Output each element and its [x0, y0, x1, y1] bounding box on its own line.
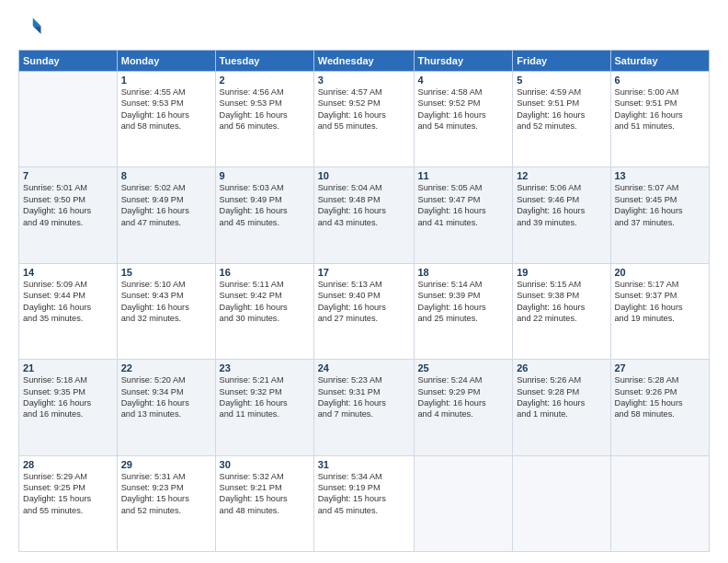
day-info: Sunrise: 5:00 AMSunset: 9:51 PMDaylight:… [615, 86, 706, 132]
day-info: Sunrise: 5:23 AMSunset: 9:31 PMDaylight:… [318, 374, 410, 420]
calendar-cell [513, 455, 610, 551]
col-header-wednesday: Wednesday [313, 51, 414, 72]
day-number: 28 [23, 459, 113, 470]
day-info: Sunrise: 5:02 AMSunset: 9:49 PMDaylight:… [121, 182, 211, 228]
day-info: Sunrise: 4:58 AMSunset: 9:52 PMDaylight:… [418, 86, 509, 132]
day-number: 21 [23, 362, 113, 373]
day-number: 23 [220, 362, 310, 373]
day-info: Sunrise: 5:17 AMSunset: 9:37 PMDaylight:… [615, 279, 706, 325]
day-number: 1 [121, 75, 211, 86]
day-number: 27 [615, 362, 706, 373]
day-info: Sunrise: 4:56 AMSunset: 9:53 PMDaylight:… [220, 86, 310, 132]
day-info: Sunrise: 5:29 AMSunset: 9:25 PMDaylight:… [23, 471, 113, 517]
day-number: 12 [517, 170, 606, 181]
calendar-cell: 22Sunrise: 5:20 AMSunset: 9:34 PMDayligh… [117, 360, 215, 455]
calendar-cell: 23Sunrise: 5:21 AMSunset: 9:32 PMDayligh… [215, 360, 313, 455]
calendar-cell: 31Sunrise: 5:34 AMSunset: 9:19 PMDayligh… [313, 455, 414, 551]
calendar-cell: 21Sunrise: 5:18 AMSunset: 9:35 PMDayligh… [19, 360, 118, 455]
day-info: Sunrise: 5:05 AMSunset: 9:47 PMDaylight:… [418, 182, 509, 228]
calendar-cell [610, 455, 710, 551]
calendar-cell: 16Sunrise: 5:11 AMSunset: 9:42 PMDayligh… [215, 263, 313, 359]
day-info: Sunrise: 5:11 AMSunset: 9:42 PMDaylight:… [220, 279, 310, 325]
calendar-cell: 29Sunrise: 5:31 AMSunset: 9:23 PMDayligh… [117, 455, 215, 551]
calendar-cell [414, 455, 513, 551]
day-info: Sunrise: 5:32 AMSunset: 9:21 PMDaylight:… [220, 471, 310, 517]
day-info: Sunrise: 5:15 AMSunset: 9:38 PMDaylight:… [517, 279, 606, 325]
day-number: 10 [318, 170, 410, 181]
day-info: Sunrise: 5:03 AMSunset: 9:49 PMDaylight:… [220, 182, 310, 228]
day-info: Sunrise: 5:01 AMSunset: 9:50 PMDaylight:… [23, 182, 113, 228]
col-header-thursday: Thursday [414, 51, 513, 72]
day-number: 13 [615, 170, 706, 181]
day-number: 22 [121, 362, 211, 373]
day-number: 9 [220, 170, 310, 181]
day-number: 25 [418, 362, 509, 373]
calendar-cell: 9Sunrise: 5:03 AMSunset: 9:49 PMDaylight… [215, 167, 313, 263]
calendar-cell: 24Sunrise: 5:23 AMSunset: 9:31 PMDayligh… [313, 360, 414, 455]
col-header-monday: Monday [117, 51, 215, 72]
calendar-cell [19, 72, 118, 167]
calendar-cell: 26Sunrise: 5:26 AMSunset: 9:28 PMDayligh… [513, 360, 610, 455]
calendar-cell: 15Sunrise: 5:10 AMSunset: 9:43 PMDayligh… [117, 263, 215, 359]
day-number: 15 [121, 267, 211, 278]
day-number: 5 [517, 75, 606, 86]
calendar-cell: 4Sunrise: 4:58 AMSunset: 9:52 PMDaylight… [414, 72, 513, 167]
day-info: Sunrise: 4:55 AMSunset: 9:53 PMDaylight:… [121, 86, 211, 132]
calendar-cell: 25Sunrise: 5:24 AMSunset: 9:29 PMDayligh… [414, 360, 513, 455]
day-info: Sunrise: 5:09 AMSunset: 9:44 PMDaylight:… [23, 279, 113, 325]
header [18, 15, 710, 40]
calendar-cell: 10Sunrise: 5:04 AMSunset: 9:48 PMDayligh… [313, 167, 414, 263]
week-row-3: 14Sunrise: 5:09 AMSunset: 9:44 PMDayligh… [19, 263, 710, 359]
calendar-cell: 6Sunrise: 5:00 AMSunset: 9:51 PMDaylight… [610, 72, 710, 167]
day-info: Sunrise: 5:14 AMSunset: 9:39 PMDaylight:… [418, 279, 509, 325]
calendar-cell: 20Sunrise: 5:17 AMSunset: 9:37 PMDayligh… [610, 263, 710, 359]
calendar-cell: 8Sunrise: 5:02 AMSunset: 9:49 PMDaylight… [117, 167, 215, 263]
week-row-4: 21Sunrise: 5:18 AMSunset: 9:35 PMDayligh… [19, 360, 710, 455]
calendar-cell: 7Sunrise: 5:01 AMSunset: 9:50 PMDaylight… [19, 167, 118, 263]
calendar-cell: 13Sunrise: 5:07 AMSunset: 9:45 PMDayligh… [610, 167, 710, 263]
week-row-2: 7Sunrise: 5:01 AMSunset: 9:50 PMDaylight… [19, 167, 710, 263]
calendar-cell: 28Sunrise: 5:29 AMSunset: 9:25 PMDayligh… [19, 455, 118, 551]
day-info: Sunrise: 5:07 AMSunset: 9:45 PMDaylight:… [615, 182, 706, 228]
svg-marker-0 [33, 18, 41, 27]
day-number: 16 [220, 267, 310, 278]
day-number: 3 [318, 75, 410, 86]
day-info: Sunrise: 5:28 AMSunset: 9:26 PMDaylight:… [615, 374, 706, 420]
day-number: 6 [615, 75, 706, 86]
calendar-table: SundayMondayTuesdayWednesdayThursdayFrid… [18, 50, 710, 552]
logo-icon [18, 15, 44, 40]
day-info: Sunrise: 5:18 AMSunset: 9:35 PMDaylight:… [23, 374, 113, 420]
col-header-friday: Friday [513, 51, 610, 72]
day-info: Sunrise: 5:21 AMSunset: 9:32 PMDaylight:… [220, 374, 310, 420]
calendar-cell: 3Sunrise: 4:57 AMSunset: 9:52 PMDaylight… [313, 72, 414, 167]
calendar-cell: 17Sunrise: 5:13 AMSunset: 9:40 PMDayligh… [313, 263, 414, 359]
calendar-cell: 1Sunrise: 4:55 AMSunset: 9:53 PMDaylight… [117, 72, 215, 167]
col-header-saturday: Saturday [610, 51, 710, 72]
day-info: Sunrise: 5:06 AMSunset: 9:46 PMDaylight:… [517, 182, 606, 228]
calendar-cell: 12Sunrise: 5:06 AMSunset: 9:46 PMDayligh… [513, 167, 610, 263]
calendar-cell: 27Sunrise: 5:28 AMSunset: 9:26 PMDayligh… [610, 360, 710, 455]
calendar-cell: 30Sunrise: 5:32 AMSunset: 9:21 PMDayligh… [215, 455, 313, 551]
day-info: Sunrise: 5:20 AMSunset: 9:34 PMDaylight:… [121, 374, 211, 420]
day-number: 2 [220, 75, 310, 86]
day-number: 24 [318, 362, 410, 373]
col-header-tuesday: Tuesday [215, 51, 313, 72]
day-number: 14 [23, 267, 113, 278]
day-info: Sunrise: 5:31 AMSunset: 9:23 PMDaylight:… [121, 471, 211, 517]
day-info: Sunrise: 5:24 AMSunset: 9:29 PMDaylight:… [418, 374, 509, 420]
logo [18, 15, 48, 40]
day-number: 20 [615, 267, 706, 278]
calendar-cell: 5Sunrise: 4:59 AMSunset: 9:51 PMDaylight… [513, 72, 610, 167]
day-info: Sunrise: 5:34 AMSunset: 9:19 PMDaylight:… [318, 471, 410, 517]
day-number: 29 [121, 459, 211, 470]
page: SundayMondayTuesdayWednesdayThursdayFrid… [0, 0, 728, 563]
day-number: 19 [517, 267, 606, 278]
day-number: 31 [318, 459, 410, 470]
day-number: 8 [121, 170, 211, 181]
day-info: Sunrise: 4:59 AMSunset: 9:51 PMDaylight:… [517, 86, 606, 132]
calendar-cell: 11Sunrise: 5:05 AMSunset: 9:47 PMDayligh… [414, 167, 513, 263]
calendar-cell: 14Sunrise: 5:09 AMSunset: 9:44 PMDayligh… [19, 263, 118, 359]
day-number: 7 [23, 170, 113, 181]
calendar-header-row: SundayMondayTuesdayWednesdayThursdayFrid… [19, 51, 710, 72]
day-number: 4 [418, 75, 509, 86]
